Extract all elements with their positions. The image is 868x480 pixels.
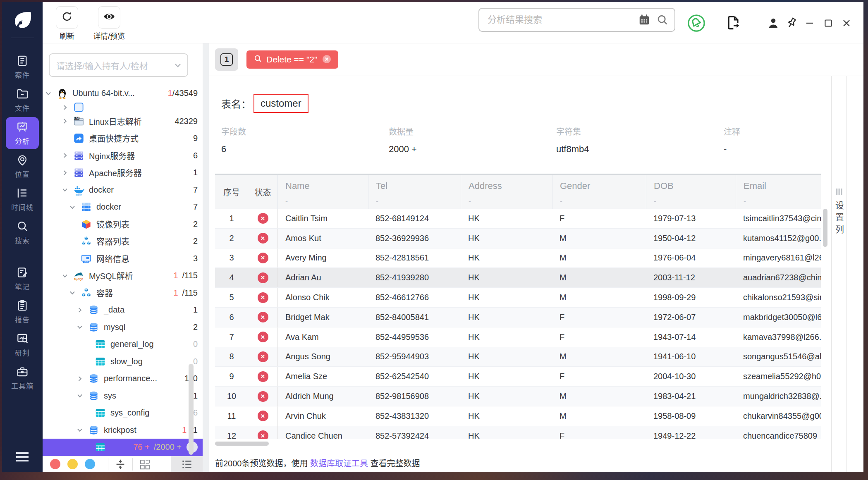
table-row[interactable]: 1✕Caitlin Tsim852-68149124HKF1979-07-13t… xyxy=(215,209,821,229)
tree-item-Apache服务器[interactable]: Apache服务器1 xyxy=(43,164,203,181)
column-filter-placeholder[interactable]: - xyxy=(560,197,646,206)
chevron-right-icon[interactable] xyxy=(76,374,88,383)
close-icon[interactable] xyxy=(841,18,852,29)
export-icon[interactable] xyxy=(725,14,741,32)
tree-item-容器[interactable]: 容器1/115 xyxy=(43,284,203,302)
tree-item-MySQL解析[interactable]: MySQLMySQL解析1/115 xyxy=(43,267,203,284)
column-header-tel[interactable]: Tel- xyxy=(368,175,461,209)
menu-hamburger-icon[interactable] xyxy=(14,449,31,461)
column-header-name[interactable]: Name- xyxy=(277,175,368,209)
chevron-down-icon[interactable] xyxy=(61,271,73,280)
list-view-icon[interactable] xyxy=(181,458,193,470)
tree-item-krickpost[interactable]: krickpost1/1 xyxy=(43,422,203,439)
table-row[interactable]: 10✕Aldrich Mung852-98156908HKM1983-04-21… xyxy=(215,387,821,406)
tree-item-general_log[interactable]: general_log0 xyxy=(43,336,203,353)
table-row[interactable]: 5✕Alonso Chik852-46612766HKM1998-09-29ch… xyxy=(215,288,821,308)
sidebar-item-file[interactable]: 文件 xyxy=(6,84,39,116)
column-header-dob[interactable]: DOB- xyxy=(646,175,736,209)
table-row[interactable]: 8✕Angus Song852-95944903HKM1941-06-10son… xyxy=(215,347,821,367)
sidebar-item-case[interactable]: 案件 xyxy=(6,51,39,83)
magnifier-icon[interactable] xyxy=(656,14,669,26)
chevron-down-icon[interactable] xyxy=(68,203,81,212)
column-header-gender[interactable]: Gender- xyxy=(552,175,646,209)
filter-chip[interactable]: Delete == "2" xyxy=(246,50,338,69)
column-filter-placeholder[interactable]: - xyxy=(469,197,552,206)
calendar-icon[interactable] xyxy=(638,14,650,26)
tree-item-performance...[interactable]: performance...110 xyxy=(43,370,203,387)
tree-item-Linux日志解析[interactable]: LOGLinux日志解析42329 xyxy=(43,113,203,130)
tree-item-selected-table[interactable]: 76 +/2000 +i xyxy=(43,439,203,456)
column-header-email[interactable]: Email- xyxy=(736,175,821,209)
chip-close-icon[interactable] xyxy=(322,54,332,65)
column-settings-button[interactable]: 设置列 xyxy=(833,201,845,237)
table-row[interactable]: 4✕Adrian Au852-41939280HKM2003-11-12auad… xyxy=(215,268,821,288)
sidebar-item-analysis[interactable]: 分析 xyxy=(6,117,39,149)
column-filter-placeholder[interactable]: - xyxy=(376,197,461,206)
preview-button[interactable]: 详情/预览 xyxy=(93,6,125,41)
columns-grip-icon[interactable] xyxy=(834,188,844,196)
db-forensic-tool-link[interactable]: 数据库取证工具 xyxy=(310,459,368,468)
table-row[interactable]: 3✕Avery Ming852-42818561HKM1976-06-04min… xyxy=(215,248,821,268)
tree-item-Ubuntu 64-bit.v...[interactable]: Ubuntu 64-bit.v...1/43549 xyxy=(43,85,203,102)
chevron-down-icon[interactable] xyxy=(76,322,88,332)
table-row[interactable]: 2✕Amos Kut852-36929936HKM1950-04-12kutam… xyxy=(215,229,821,248)
holder-filter-select[interactable]: 请选择/输入持有人/检材 xyxy=(49,53,188,77)
table-row[interactable]: 9✕Amelia Sze852-62542540HKF2004-10-30sze… xyxy=(215,367,821,387)
pin-icon[interactable] xyxy=(784,16,799,30)
tree-item-容器列表[interactable]: 容器列表2 xyxy=(43,233,203,250)
sidebar-item-timeline[interactable]: 时间线 xyxy=(6,183,39,215)
chevron-right-icon[interactable] xyxy=(76,306,88,315)
tree-item-clipped[interactable] xyxy=(43,102,203,113)
chevron-down-icon[interactable] xyxy=(68,288,81,297)
sidebar-item-note[interactable]: 笔记 xyxy=(6,263,39,295)
chevron-down-icon[interactable] xyxy=(61,185,73,194)
chevron-down-icon[interactable] xyxy=(44,89,57,98)
table-vertical-scrollbar[interactable] xyxy=(823,209,827,247)
tree-item-桌面快捷方式[interactable]: 桌面快捷方式9 xyxy=(43,130,203,147)
refresh-button[interactable]: 刷新 xyxy=(56,6,78,41)
tree-item-网络信息[interactable]: 网络信息3 xyxy=(43,250,203,267)
table-horizontal-scrollbar[interactable] xyxy=(215,442,269,446)
tree-item-mysql[interactable]: mysql2 xyxy=(43,319,203,336)
tree-item-镜像列表[interactable]: 镜像列表2 xyxy=(43,216,203,233)
minimize-icon[interactable] xyxy=(804,18,815,29)
table-row[interactable]: 11✕Arvin Chuk852-43831320HKM1958-08-09ch… xyxy=(215,406,821,426)
table-row[interactable]: 6✕Bridget Mak852-84005841HKF1972-06-07ma… xyxy=(215,308,821,327)
column-filter-placeholder[interactable]: - xyxy=(285,197,368,206)
chevron-down-icon[interactable] xyxy=(76,391,88,400)
sidebar-item-location[interactable]: 位置 xyxy=(6,150,39,182)
table-row[interactable]: 7✕Ava Kam852-44959536HKF1943-07-14kamava… xyxy=(215,327,821,347)
user-icon[interactable] xyxy=(766,16,780,30)
dot-blue-icon[interactable] xyxy=(85,459,95,469)
dot-red-icon[interactable] xyxy=(50,459,60,469)
tree-item-slow_log[interactable]: slow_log0 xyxy=(43,353,203,370)
tab-number-button[interactable]: 1 xyxy=(215,48,238,71)
sidebar-item-report[interactable]: 报告 xyxy=(6,296,39,328)
sidebar-item-judge[interactable]: 研判 xyxy=(6,329,39,361)
chevron-down-icon[interactable] xyxy=(76,425,88,435)
tree-item-_data[interactable]: _data1 xyxy=(43,301,203,319)
tree-item-docker[interactable]: docker7 xyxy=(43,198,203,216)
sidebar-item-toolbox[interactable]: 工具箱 xyxy=(6,362,39,394)
sidebar-item-search[interactable]: 搜索 xyxy=(6,216,39,248)
dot-yellow-icon[interactable] xyxy=(67,459,78,469)
column-filter-placeholder[interactable]: - xyxy=(744,197,821,206)
tree-item-sys_config[interactable]: sys_config6 xyxy=(43,404,203,422)
search-input[interactable] xyxy=(479,14,638,25)
collapse-vertical-icon[interactable] xyxy=(114,458,127,470)
tree-item-docker[interactable]: dockerdocker7 xyxy=(43,181,203,199)
chevron-right-icon[interactable] xyxy=(61,151,73,160)
column-filter-placeholder[interactable]: - xyxy=(654,197,736,206)
grid-view-icon[interactable] xyxy=(139,458,151,470)
chevron-right-icon[interactable] xyxy=(61,168,73,177)
chevron-right-icon[interactable] xyxy=(61,103,73,112)
analysis-search-box[interactable] xyxy=(478,8,675,32)
chevron-right-icon[interactable] xyxy=(61,117,73,126)
maximize-icon[interactable] xyxy=(823,18,834,29)
tree-item-sys[interactable]: sys1 xyxy=(43,387,203,405)
tree-item-Nginx服务器[interactable]: Nginx服务器6 xyxy=(43,147,203,165)
table-row[interactable]: 12✕Candice Chuen852-57392424HKF1949-12-2… xyxy=(215,426,821,439)
tree-scrollbar[interactable] xyxy=(189,364,194,455)
column-header-address[interactable]: Address- xyxy=(461,175,552,209)
bell-circle-icon[interactable] xyxy=(687,14,706,33)
